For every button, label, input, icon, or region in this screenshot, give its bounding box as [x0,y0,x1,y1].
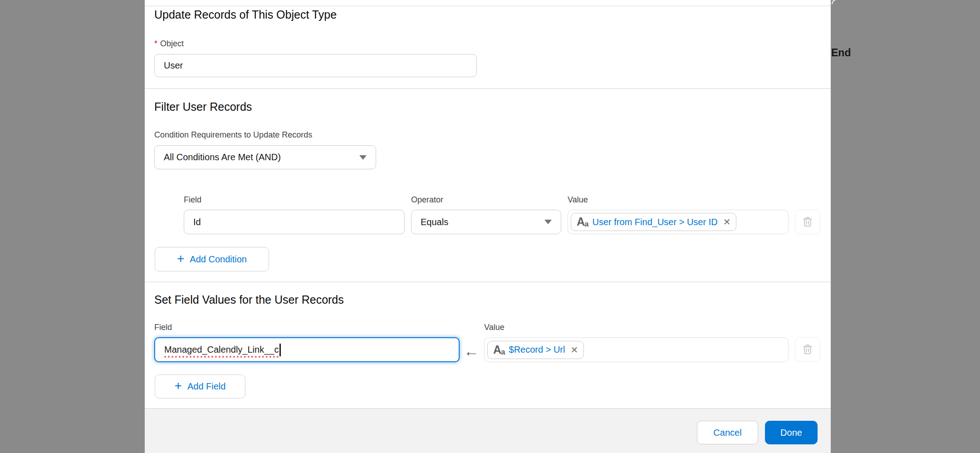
condition-field-input[interactable]: Id [184,210,405,234]
object-label: *Object [154,39,184,49]
section-divider-2 [145,281,831,282]
close-icon[interactable]: ✕ [570,345,578,355]
panel-footer: Cancel Done [145,408,831,453]
plus-icon: + [177,252,184,265]
condition-value-pill[interactable]: Aa User from Find_User > User ID ✕ [571,213,736,231]
set-values-section-title: Set Field Values for the User Records [154,293,344,306]
set-field-input[interactable]: Managed_Calendly_Link__c [154,337,460,362]
plus-icon: + [175,379,182,392]
done-button[interactable]: Done [765,421,818,444]
required-asterisk: * [154,39,157,48]
condition-operator-label: Operator [411,195,443,205]
add-field-button[interactable]: + Add Field [155,374,245,399]
set-field-label: Field [154,323,172,332]
delete-field-button[interactable] [795,337,820,362]
condition-requirements-label: Condition Requirements to Update Records [154,130,312,140]
condition-value-combobox[interactable]: Aa User from Find_User > User ID ✕ [568,210,789,234]
text-cursor [279,344,281,356]
set-value-label: Value [484,323,505,332]
background-node-corner [832,0,845,4]
flow-editor-screen: End Update Records of This Object Type *… [0,0,980,453]
delete-condition-button[interactable] [795,210,820,234]
close-icon[interactable]: ✕ [723,217,731,227]
trash-icon [801,216,814,228]
filter-section-title: Filter User Records [154,100,252,113]
section-divider-1 [145,88,831,89]
text-type-icon: Aa [493,344,505,356]
panel-top-divider [145,5,831,6]
cancel-button[interactable]: Cancel [697,421,758,444]
chevron-down-icon [359,155,367,160]
arrow-left-icon: ← [464,343,479,359]
update-section-title: Update Records of This Object Type [154,8,337,21]
end-node-label: End [831,47,851,59]
chevron-down-icon [544,220,552,224]
set-value-combobox[interactable]: Aa $Record > Url ✕ [484,337,789,362]
text-type-icon: Aa [577,216,589,228]
condition-field-label: Field [184,195,201,205]
condition-value-label: Value [568,195,588,205]
add-condition-button[interactable]: + Add Condition [155,247,269,271]
condition-requirements-select[interactable]: All Conditions Are Met (AND) [154,145,376,169]
set-value-pill[interactable]: Aa $Record > Url ✕ [487,341,584,359]
condition-operator-select[interactable]: Equals [411,210,561,234]
object-input[interactable]: User [154,54,477,77]
update-records-panel: Update Records of This Object Type *Obje… [145,0,831,453]
trash-icon [801,343,814,356]
